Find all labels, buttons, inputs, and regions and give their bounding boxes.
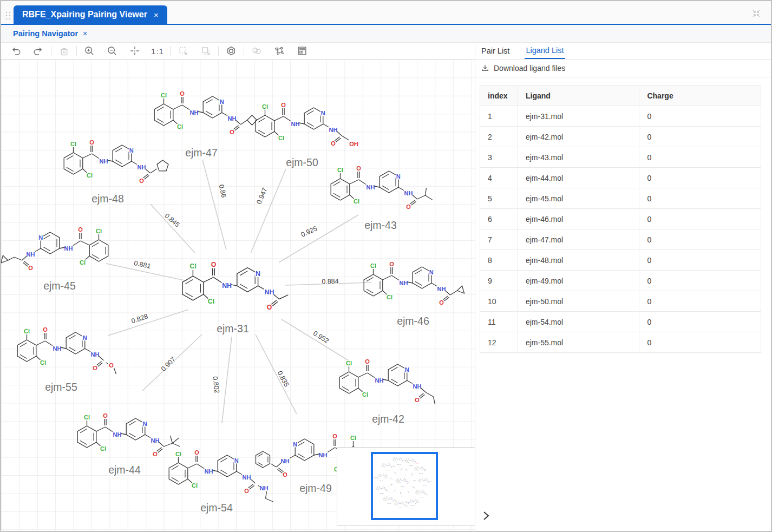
molecule-node-ejm-48[interactable]: ClClONHNNHO [64, 139, 168, 184]
paste-structure-button[interactable] [194, 43, 217, 59]
svg-text:N: N [396, 173, 401, 180]
molecule-node-ejm-47[interactable]: ClClONHNNHO [154, 90, 257, 135]
tab-close-icon[interactable]: × [154, 10, 159, 19]
undo-button[interactable] [4, 43, 27, 59]
molecule-node-ejm-44[interactable]: ClClONHNNHO [77, 412, 180, 457]
redo-button[interactable] [27, 43, 50, 59]
tab-pairing-navigator[interactable]: Pairing Navigator × [13, 29, 87, 38]
labeled-image-button[interactable]: AG [291, 43, 313, 59]
minimap[interactable]: 0.8450.860.9470.9250.8810.8840.8280.9070… [337, 447, 475, 526]
svg-text:NH: NH [404, 190, 413, 196]
edge-ejm-31-ejm-43[interactable]: 0.925 [279, 215, 358, 262]
molecule-node-ejm-31[interactable]: ClClONHNNHO [182, 261, 288, 312]
title-tab-bar: RBFE_Xpairing Pairing Viewer × [1, 1, 771, 25]
svg-text:NH: NH [190, 109, 199, 116]
ligand-row-ejm-55[interactable]: 12ejm-55.mol0 [480, 332, 761, 353]
ligand-row-ejm-44[interactable]: 4ejm-44.mol0 [480, 168, 761, 188]
svg-text:O: O [439, 299, 444, 306]
svg-text:O: O [406, 203, 411, 210]
ligand-row-ejm-43[interactable]: 3ejm-43.mol0 [480, 147, 761, 168]
cell: ejm-55.mol [518, 332, 639, 353]
svg-text:NH: NH [113, 431, 122, 438]
molecule-node-ejm-50[interactable]: ClClONHNNHOOH [256, 102, 358, 147]
svg-text:NH: NH [437, 286, 446, 292]
cell: 10 [480, 291, 518, 312]
edge-ejm-31-ejm-55[interactable]: 0.828 [108, 310, 188, 336]
ligand-row-ejm-50[interactable]: 10ejm-50.mol0 [480, 291, 761, 312]
svg-text:N: N [405, 366, 409, 373]
overlay-hexagons-button[interactable] [245, 43, 268, 59]
copy-structure-button[interactable] [172, 43, 194, 59]
svg-text:N: N [234, 457, 239, 464]
molecule-node-ejm-42[interactable]: ClClONHNNHO [339, 358, 435, 404]
molecule-node-ejm-54[interactable]: ClClONHNNHONH [169, 449, 273, 502]
svg-text:O: O [230, 129, 234, 135]
edge-ejm-31-ejm-48[interactable]: 0.845 [151, 204, 195, 253]
panel-collapse-chevron[interactable] [481, 509, 493, 522]
svg-text:Cl: Cl [70, 141, 76, 147]
fit-center-button[interactable] [123, 43, 146, 59]
delete-button[interactable] [53, 43, 75, 59]
ligand-row-ejm-46[interactable]: 6ejm-46.mol0 [480, 209, 761, 229]
cell: 0 [639, 188, 761, 209]
minimap-viewport[interactable] [371, 452, 438, 520]
actual-size-button[interactable]: 1:1 [146, 43, 169, 59]
svg-text:N: N [321, 110, 325, 116]
svg-text:AG: AG [299, 51, 303, 54]
svg-text:N: N [256, 270, 260, 278]
edge-ejm-31-ejm-45[interactable]: 0.881 [106, 259, 187, 281]
svg-text:NH: NH [291, 121, 300, 127]
molecule-node-ejm-43[interactable]: ClClONHNNHO [331, 165, 432, 210]
svg-text:N: N [38, 234, 43, 241]
col-ligand: Ligand [518, 86, 639, 106]
svg-text:O: O [103, 412, 108, 419]
edge-weight: 0.802 [211, 376, 221, 394]
svg-text:Cl: Cl [40, 359, 46, 366]
ligand-row-ejm-47[interactable]: 7ejm-47.mol0 [480, 229, 761, 250]
svg-text:Cl: Cl [80, 259, 86, 266]
svg-text:O: O [211, 261, 217, 268]
svg-text:O: O [89, 139, 94, 146]
zoom-out-button[interactable] [101, 43, 123, 59]
molecule-node-ejm-55[interactable]: ClClONHNNHOO [17, 326, 116, 374]
subtab-close-icon[interactable]: × [83, 29, 87, 38]
drag-handle-icon[interactable] [5, 11, 11, 22]
ligand-row-ejm-54[interactable]: 11ejm-54.mol0 [480, 312, 761, 332]
svg-text:O: O [153, 451, 158, 457]
ligand-row-ejm-31[interactable]: 1ejm-31.mol0 [480, 106, 761, 127]
svg-text:Cl: Cl [208, 298, 214, 305]
tab-pairing-viewer[interactable]: RBFE_Xpairing Pairing Viewer × [14, 5, 167, 24]
svg-text:O: O [28, 265, 33, 271]
benzene-button[interactable] [220, 43, 243, 59]
col-charge: Charge [639, 86, 761, 106]
edge-weight: 0.881 [133, 259, 152, 270]
edge-ejm-31-ejm-42[interactable]: 0.952 [282, 319, 352, 363]
canvas-toolbar: 1:1 AG [1, 43, 475, 60]
ligand-row-ejm-49[interactable]: 9ejm-49.mol0 [480, 271, 761, 291]
edge-ejm-31-ejm-49[interactable]: 0.835 [256, 334, 297, 414]
pairing-graph-canvas[interactable]: 0.8450.860.9470.9250.8810.8840.8280.9070… [1, 60, 475, 530]
tab-ligand-list[interactable]: Ligand List [525, 43, 565, 59]
molecule-node-ejm-45[interactable]: ClClONHNNHO [1, 226, 108, 271]
edge-ejm-31-ejm-50[interactable]: 0.947 [251, 169, 286, 253]
edge-ejm-31-ejm-47[interactable]: 0.86 [202, 160, 227, 250]
ligand-row-ejm-42[interactable]: 2ejm-42.mol0 [480, 127, 761, 147]
svg-text:Cl: Cl [387, 294, 392, 300]
zoom-in-button[interactable] [78, 43, 101, 59]
cell: 8 [480, 250, 518, 271]
ligand-row-ejm-48[interactable]: 8ejm-48.mol0 [480, 250, 761, 271]
svg-text:Cl: Cl [161, 92, 167, 98]
download-ligand-files-button[interactable]: Download ligand files [475, 60, 771, 77]
edge-ejm-31-ejm-46[interactable]: 0.884 [285, 277, 371, 285]
svg-text:O: O [139, 178, 144, 184]
molecule-node-ejm-46[interactable]: ClClONHNNHO [364, 261, 464, 306]
collapse-window-icon[interactable] [750, 8, 762, 19]
tab-pair-list[interactable]: Pair List [480, 43, 511, 59]
molecule-button[interactable] [268, 43, 291, 59]
edge-ejm-31-ejm-44[interactable]: 0.907 [142, 334, 202, 391]
ligand-row-ejm-45[interactable]: 5ejm-45.mol0 [480, 188, 761, 209]
svg-text:NH: NH [151, 437, 160, 444]
edge-ejm-31-ejm-54[interactable]: 0.802 [211, 337, 232, 423]
svg-text:Cl: Cl [354, 198, 359, 205]
svg-text:O: O [93, 365, 97, 371]
